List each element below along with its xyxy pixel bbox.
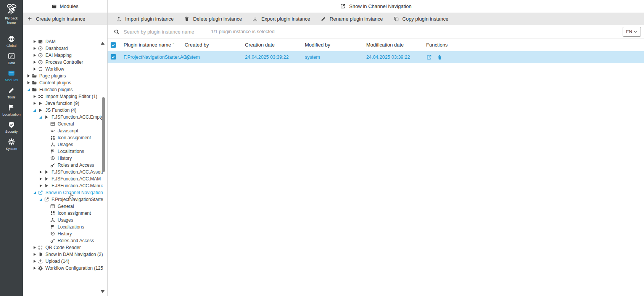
tree-item[interactable]: Localizations (23, 224, 103, 230)
rename-plugin-instance-button[interactable]: Rename plugin instance (320, 16, 383, 22)
expand-arrow-icon[interactable] (32, 93, 37, 100)
expand-arrow-icon[interactable] (32, 244, 37, 251)
tree-item[interactable]: Upload (14) (23, 258, 103, 265)
tree-item[interactable]: Content plugins (23, 79, 103, 86)
expand-arrow-icon[interactable] (32, 107, 37, 114)
tree-item[interactable]: EAI Mapping (23, 52, 103, 59)
tree-item[interactable]: JS Function (4) (23, 107, 103, 114)
tree-item[interactable]: Java function (9) (23, 100, 103, 107)
expand-arrow-icon[interactable] (32, 189, 37, 196)
gear-icon (8, 138, 15, 146)
expand-arrow-icon[interactable] (32, 66, 37, 72)
expand-arrow-icon[interactable] (38, 196, 43, 203)
folder-icon (32, 80, 37, 85)
tree-item[interactable]: Dashboard (23, 45, 103, 52)
sidebar-item-system[interactable]: System (2, 136, 21, 153)
column-header[interactable]: Created by (185, 42, 245, 48)
column-header[interactable]: Creation date (245, 42, 305, 48)
tree-item-label: Usages (58, 142, 73, 147)
sidebar-item-tools[interactable]: Tools (2, 84, 21, 101)
tree-item[interactable]: F.JSFunction.ACC.Empty (23, 114, 103, 121)
pencil-icon (320, 16, 326, 22)
expand-arrow-icon[interactable] (32, 38, 37, 45)
tree-item[interactable]: F.JSFunction.ACC.AssetL.. (23, 169, 103, 175)
globe-icon (8, 35, 15, 43)
tree-item[interactable]: Page plugins (23, 72, 103, 79)
tree-item[interactable]: Icon assignment (23, 210, 103, 217)
expand-arrow-icon[interactable] (32, 45, 37, 52)
row-checkbox[interactable] (111, 54, 116, 60)
tree-item[interactable]: Workflow Configuration (125) (23, 265, 103, 272)
tree-item[interactable]: Usages (23, 141, 103, 148)
tree-item[interactable]: Show in Channel Navigation (1 (23, 189, 103, 196)
tree-item[interactable]: F.ProjectNavigationStarte.. (23, 196, 103, 203)
tree-item[interactable]: General (23, 121, 103, 127)
sidebar-item-localization[interactable]: Localization (2, 101, 21, 119)
tree-scroll-down-arrow[interactable] (101, 290, 105, 293)
language-selector[interactable]: EN (623, 27, 641, 37)
expand-arrow-icon[interactable] (32, 251, 37, 258)
tree-item[interactable]: F.JSFunction.ACC.Manua.. (23, 182, 103, 189)
sidebar-item-modules[interactable]: Modules (2, 67, 21, 84)
content-topbar: Show in Channel Navigation (108, 0, 644, 13)
search-input[interactable] (123, 29, 203, 35)
tree-item[interactable]: F.JSFunction.ACC.MAM (23, 175, 103, 182)
expand-arrow-icon[interactable] (38, 182, 43, 189)
fly-back-home-button[interactable]: Fly back home (0, 0, 23, 33)
tree-item[interactable]: General (23, 203, 103, 210)
expand-arrow-icon[interactable] (26, 86, 31, 93)
tree-item[interactable]: Roles and Access (23, 237, 103, 244)
table-row[interactable]: F.ProjectNavigationStarter.ACCsystem24.0… (108, 51, 644, 63)
tree-item[interactable]: Roles and Access (23, 162, 103, 169)
row-trash-action-icon[interactable] (437, 55, 443, 60)
delete-plugin-instance-button[interactable]: Delete plugin instance (184, 16, 242, 22)
select-all-checkbox[interactable] (111, 42, 116, 48)
tree-item[interactable]: Localizations (23, 148, 103, 155)
column-header[interactable]: Plugin instance name^ (124, 42, 185, 48)
expand-arrow-icon[interactable] (38, 175, 43, 182)
column-header[interactable]: Modified by (305, 42, 366, 48)
row-share-action-icon[interactable] (426, 55, 432, 60)
sidebar-item-label: Localization (2, 113, 21, 116)
folder-icon (32, 73, 37, 79)
tree-item[interactable]: QR Code Reader (23, 244, 103, 251)
panel-title: Modules (60, 3, 78, 9)
expand-arrow-icon[interactable] (32, 258, 37, 265)
tree-item[interactable]: Javascript (23, 127, 103, 134)
expand-arrow-icon[interactable] (32, 265, 37, 272)
tree-item[interactable]: Function plugins (23, 86, 103, 93)
tree-scrollbar-thumb[interactable] (102, 97, 105, 172)
expand-arrow-icon[interactable] (32, 59, 37, 66)
tree-item[interactable]: Usages (23, 217, 103, 224)
tree-item[interactable]: Icon assignment (23, 134, 103, 141)
sidebar-item-data[interactable]: Data (2, 50, 21, 67)
column-header[interactable]: Functions (426, 42, 644, 48)
copy-plugin-instance-button[interactable]: Copy plugin instance (393, 16, 449, 22)
tree-item[interactable]: History (23, 155, 103, 162)
import-plugin-instance-button[interactable]: Import plugin instance (116, 16, 174, 22)
tree-item[interactable]: History (23, 230, 103, 237)
expand-arrow-icon[interactable] (26, 79, 31, 86)
sidebar-item-global[interactable]: Global (2, 33, 21, 50)
play-icon (44, 169, 49, 175)
tree-item[interactable]: DAM (23, 38, 103, 45)
tree-item[interactable]: Import Mapping Editor (1) (23, 93, 103, 100)
column-header[interactable]: Modification date (366, 42, 426, 48)
tree-scroll-up-arrow[interactable] (101, 42, 105, 45)
tree-indent-spacer (44, 162, 49, 169)
tree-item[interactable]: Workflow (23, 66, 103, 72)
tree-item[interactable]: Show in DAM Navigation (2) (23, 251, 103, 258)
create-plugin-instance-button[interactable]: Create plugin instance (23, 13, 107, 25)
expand-arrow-icon[interactable] (38, 114, 43, 121)
expand-arrow-icon[interactable] (32, 52, 37, 59)
expand-arrow-icon[interactable] (26, 72, 31, 79)
gauge-icon (38, 60, 43, 65)
create-button-label: Create plugin instance (36, 16, 85, 22)
export-plugin-instance-button[interactable]: Export plugin instance (252, 16, 310, 22)
tree-item[interactable]: Process Controller (23, 59, 103, 66)
network-icon (50, 217, 55, 223)
expand-arrow-icon[interactable] (38, 169, 43, 175)
language-value: EN (626, 29, 632, 34)
expand-arrow-icon[interactable] (32, 100, 37, 107)
sidebar-item-security[interactable]: Security (2, 119, 21, 136)
